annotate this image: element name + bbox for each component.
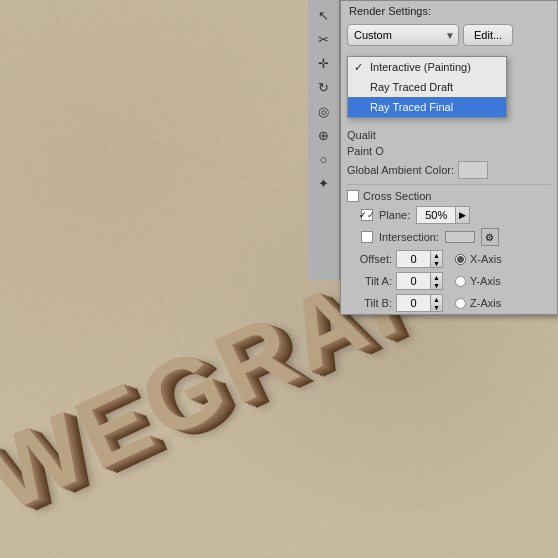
preset-row: Custom ▼ Edit... <box>341 21 557 49</box>
plane-row: ✓ Plane: ▶ <box>341 204 557 226</box>
quality-row: Qualit <box>341 127 557 143</box>
paint-label: Paint O <box>347 145 384 157</box>
tool-target[interactable]: ◎ <box>313 100 335 122</box>
ambient-label: Global Ambient Color: <box>347 164 454 176</box>
separator-1 <box>347 184 551 185</box>
cross-section-header: Cross Section <box>341 188 557 204</box>
tilt-a-stepper[interactable]: ▲ ▼ <box>431 272 443 290</box>
x-axis-radio[interactable] <box>455 254 466 265</box>
menu-item-ray-final[interactable]: Ray Traced Final <box>348 97 506 117</box>
tilt-a-stepper-up[interactable]: ▲ <box>431 273 442 281</box>
quality-dropdown-menu[interactable]: Interactive (Painting) Ray Traced Draft … <box>347 56 507 118</box>
tilt-a-label: Tilt A: <box>347 275 392 287</box>
y-axis-label: Y-Axis <box>470 275 501 287</box>
tilt-b-input-wrapper: ▲ ▼ <box>396 294 443 312</box>
y-axis-radio[interactable] <box>455 276 466 287</box>
offset-stepper-down[interactable]: ▼ <box>431 259 442 267</box>
toolbar-left: ↖ ✂ ✛ ↻ ◎ ⊕ ○ ✦ <box>308 0 340 280</box>
edit-button[interactable]: Edit... <box>463 24 513 46</box>
intersection-label: Intersection: <box>379 231 439 243</box>
offset-stepper-up[interactable]: ▲ <box>431 251 442 259</box>
offset-input-wrapper: ▲ ▼ <box>396 250 443 268</box>
offset-input[interactable] <box>396 250 431 268</box>
intersection-checkbox[interactable] <box>361 231 373 243</box>
tool-star[interactable]: ✦ <box>313 172 335 194</box>
ambient-color-swatch[interactable] <box>458 161 488 179</box>
plane-label: Plane: <box>379 209 410 221</box>
offset-axis-group: X-Axis <box>455 253 502 265</box>
preset-dropdown-wrapper[interactable]: Custom ▼ <box>347 24 459 46</box>
tilt-a-row: Tilt A: ▲ ▼ Y-Axis <box>341 270 557 292</box>
tool-arrow[interactable]: ↖ <box>313 4 335 26</box>
tool-rotate[interactable]: ↻ <box>313 76 335 98</box>
cross-section-checkbox[interactable] <box>347 190 359 202</box>
tool-circle[interactable]: ○ <box>313 148 335 170</box>
cross-section-label: Cross Section <box>363 190 431 202</box>
tool-cut[interactable]: ✂ <box>313 28 335 50</box>
offset-label: Offset: <box>347 253 392 265</box>
tool-add[interactable]: ⊕ <box>313 124 335 146</box>
z-axis-label: Z-Axis <box>470 297 501 309</box>
tilt-b-stepper-up[interactable]: ▲ <box>431 295 442 303</box>
x-axis-label: X-Axis <box>470 253 502 265</box>
tool-move[interactable]: ✛ <box>313 52 335 74</box>
plane-stepper[interactable]: ▶ <box>456 206 470 224</box>
preset-dropdown[interactable]: Custom <box>347 24 459 46</box>
plane-input-wrapper: ▶ <box>416 206 470 224</box>
tilt-b-stepper[interactable]: ▲ ▼ <box>431 294 443 312</box>
tilt-a-stepper-down[interactable]: ▼ <box>431 281 442 289</box>
intersection-icon[interactable]: ⚙ <box>481 228 499 246</box>
offset-stepper[interactable]: ▲ ▼ <box>431 250 443 268</box>
svg-line-2 <box>50 0 180 350</box>
quality-label: Qualit <box>347 129 376 141</box>
plane-input[interactable] <box>416 206 456 224</box>
tilt-b-input[interactable] <box>396 294 431 312</box>
paint-row: Paint O <box>341 143 557 159</box>
intersection-row: Intersection: ⚙ <box>341 226 557 248</box>
panel-title: Render Settings: <box>341 1 557 21</box>
tilt-b-label: Tilt B: <box>347 297 392 309</box>
tilt-a-axis-group: Y-Axis <box>455 275 501 287</box>
tilt-a-input-wrapper: ▲ ▼ <box>396 272 443 290</box>
z-axis-radio[interactable] <box>455 298 466 309</box>
plane-checkbox[interactable]: ✓ <box>361 209 373 221</box>
menu-item-ray-draft[interactable]: Ray Traced Draft <box>348 77 506 97</box>
render-settings-panel: Render Settings: Custom ▼ Edit... Intera… <box>340 0 558 315</box>
offset-row: Offset: ▲ ▼ X-Axis <box>341 248 557 270</box>
tilt-b-stepper-down[interactable]: ▼ <box>431 303 442 311</box>
tilt-b-row: Tilt B: ▲ ▼ Z-Axis <box>341 292 557 314</box>
ambient-row: Global Ambient Color: <box>341 159 557 181</box>
tilt-a-input[interactable] <box>396 272 431 290</box>
menu-item-interactive[interactable]: Interactive (Painting) <box>348 57 506 77</box>
intersection-color-box[interactable] <box>445 231 475 243</box>
tilt-b-axis-group: Z-Axis <box>455 297 501 309</box>
svg-line-1 <box>0 80 300 200</box>
